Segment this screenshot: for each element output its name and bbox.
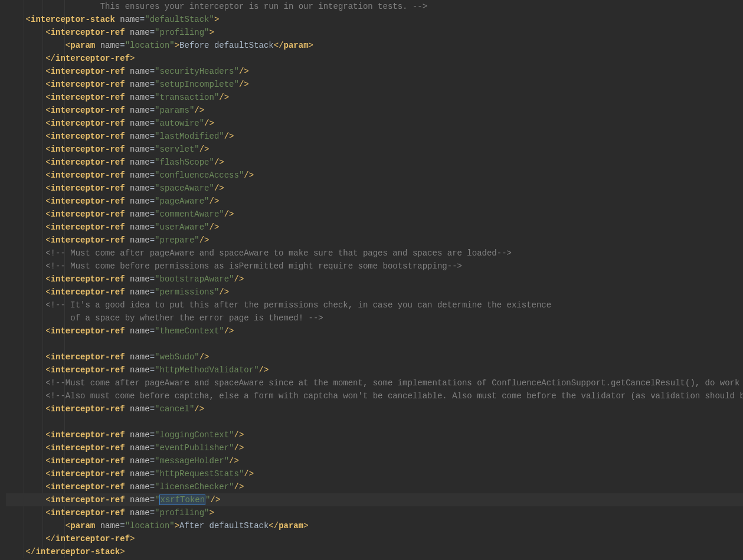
code-line[interactable]: of a space by whether the error page is …: [6, 312, 743, 325]
code-line[interactable]: <interceptor-ref name="confluenceAccess"…: [6, 169, 743, 182]
code-line[interactable]: <interceptor-ref name="userAware"/>: [6, 221, 743, 234]
code-line[interactable]: [6, 338, 743, 351]
code-line[interactable]: </interceptor-stack>: [6, 545, 743, 558]
code-editor[interactable]: This ensures your interceptor is run in …: [0, 0, 743, 558]
code-line[interactable]: <interceptor-ref name="flashScope"/>: [6, 156, 743, 169]
code-line[interactable]: <interceptor-ref name="securityHeaders"/…: [6, 65, 743, 78]
code-line[interactable]: <interceptor-ref name="lastModified"/>: [6, 130, 743, 143]
code-line[interactable]: <interceptor-ref name="loggingContext"/>: [6, 428, 743, 441]
code-line[interactable]: </interceptor-ref>: [6, 52, 743, 65]
code-line[interactable]: <interceptor-ref name="messageHolder"/>: [6, 454, 743, 467]
code-line[interactable]: <interceptor-ref name="commentAware"/>: [6, 208, 743, 221]
code-line[interactable]: <!--Also must come before captcha, else …: [6, 389, 743, 402]
code-line[interactable]: <interceptor-ref name="autowire"/>: [6, 117, 743, 130]
code-line[interactable]: <param name="location">After defaultStac…: [6, 519, 743, 532]
code-line[interactable]: <interceptor-ref name="permissions"/>: [6, 286, 743, 299]
code-line[interactable]: <interceptor-ref name="profiling">: [6, 506, 743, 519]
code-line[interactable]: <interceptor-ref name="httpMethodValidat…: [6, 363, 743, 376]
code-line[interactable]: <interceptor-ref name="servlet"/>: [6, 143, 743, 156]
code-line[interactable]: <!-- Must come before permissions as isP…: [6, 260, 743, 273]
code-line[interactable]: <interceptor-ref name="eventPublisher"/>: [6, 441, 743, 454]
code-line[interactable]: <!-- Must come after pageAware and space…: [6, 247, 743, 260]
code-line[interactable]: [6, 415, 743, 428]
code-line[interactable]: <interceptor-ref name="licenseChecker"/>: [6, 480, 743, 493]
code-line[interactable]: <interceptor-ref name="xsrfToken"/>: [6, 493, 743, 506]
code-line[interactable]: <interceptor-ref name="themeContext"/>: [6, 325, 743, 338]
code-line[interactable]: <interceptor-stack name="defaultStack">: [6, 13, 743, 26]
code-line[interactable]: <interceptor-ref name="bootstrapAware"/>: [6, 273, 743, 286]
code-line[interactable]: <interceptor-ref name="httpRequestStats"…: [6, 467, 743, 480]
code-line[interactable]: </interceptor-ref>: [6, 532, 743, 545]
code-line[interactable]: <interceptor-ref name="profiling">: [6, 26, 743, 39]
code-line[interactable]: <!--Must come after pageAware and spaceA…: [6, 376, 743, 389]
code-line[interactable]: <interceptor-ref name="spaceAware"/>: [6, 182, 743, 195]
code-line[interactable]: <interceptor-ref name="params"/>: [6, 104, 743, 117]
code-line[interactable]: <interceptor-ref name="prepare"/>: [6, 234, 743, 247]
code-line[interactable]: <interceptor-ref name="cancel"/>: [6, 402, 743, 415]
code-line[interactable]: <interceptor-ref name="webSudo"/>: [6, 351, 743, 363]
code-line[interactable]: This ensures your interceptor is run in …: [6, 0, 743, 13]
code-line[interactable]: <interceptor-ref name="pageAware"/>: [6, 195, 743, 208]
selected-text: xsrfToken: [159, 494, 205, 505]
code-line[interactable]: <interceptor-ref name="transaction"/>: [6, 91, 743, 104]
code-line[interactable]: <param name="location">Before defaultSta…: [6, 39, 743, 52]
code-line[interactable]: <interceptor-ref name="setupIncomplete"/…: [6, 78, 743, 91]
code-line[interactable]: <!-- It's a good idea to put this after …: [6, 299, 743, 312]
